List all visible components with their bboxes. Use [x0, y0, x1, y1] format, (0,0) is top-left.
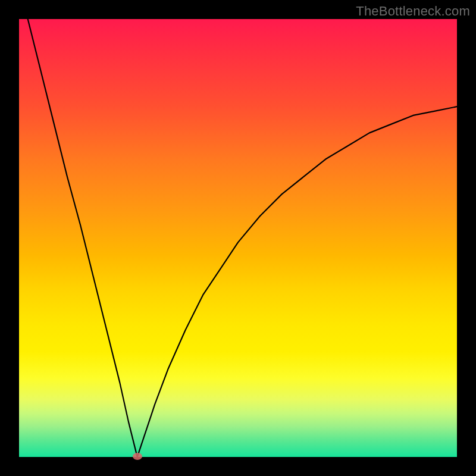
chart-frame: TheBottleneck.com [0, 0, 476, 476]
watermark-text: TheBottleneck.com [356, 4, 470, 19]
plot-area [19, 19, 457, 457]
minimum-marker [133, 453, 142, 460]
bottleneck-curve [19, 19, 457, 457]
curve-path [28, 19, 457, 457]
